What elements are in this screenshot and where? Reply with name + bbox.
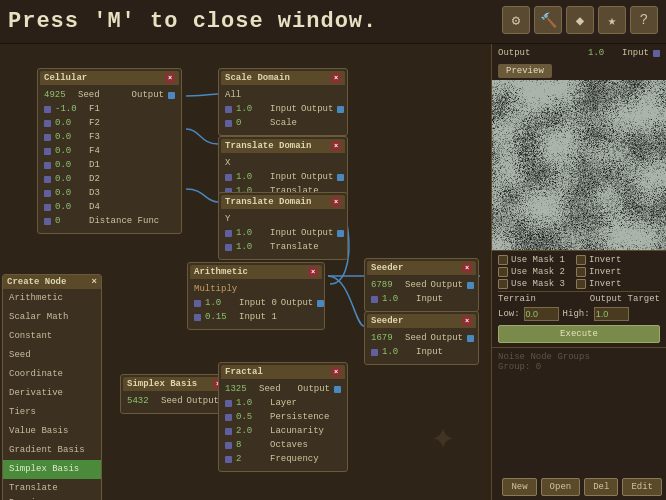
tool-icon-5[interactable]: ?	[630, 6, 658, 34]
noise-canvas	[492, 80, 666, 250]
terrain-label: Terrain	[498, 294, 536, 304]
invert1-checkbox[interactable]	[576, 255, 586, 265]
open-button[interactable]: Open	[541, 478, 581, 496]
del-button[interactable]: Del	[584, 478, 618, 496]
arith-in0[interactable]	[194, 300, 201, 307]
noise-groups-value: Group: 0	[498, 362, 660, 372]
cellular-in-f4[interactable]	[44, 148, 51, 155]
create-node-close[interactable]: ×	[92, 277, 97, 287]
cn-derivative[interactable]: Derivative	[3, 384, 101, 403]
cellular-in-d4[interactable]	[44, 204, 51, 211]
create-node-header: Create Node ×	[3, 275, 101, 289]
seeder2-close[interactable]: ×	[462, 316, 472, 326]
arith-out[interactable]	[317, 300, 324, 307]
mask2-checkbox[interactable]	[498, 267, 508, 277]
seeder1-in[interactable]	[371, 296, 378, 303]
arithmetic-body: Multiply 1.0 Input 0 Output 0.15 Input 1	[190, 279, 322, 327]
edit-button[interactable]: Edit	[622, 478, 662, 496]
scale-in-input[interactable]	[225, 106, 232, 113]
cn-coordinate[interactable]: Coordinate	[3, 365, 101, 384]
noise-groups-section: Noise Node Groups Group: 0	[492, 347, 666, 376]
tx-out[interactable]	[337, 174, 344, 181]
fractal-header: Fractal ×	[221, 365, 345, 379]
invert2-label: Invert	[589, 267, 621, 277]
tool-icon-2[interactable]: 🔨	[534, 6, 562, 34]
create-node-list: Arithmetic Scalar Math Constant Seed Coo…	[3, 289, 101, 500]
fractal-in-layer[interactable]	[225, 400, 232, 407]
tx-in-input[interactable]	[225, 174, 232, 181]
tool-icon-4[interactable]: ★	[598, 6, 626, 34]
fractal-close[interactable]: ×	[331, 367, 341, 377]
ty-in-translate[interactable]	[225, 244, 232, 251]
cellular-in-d3[interactable]	[44, 190, 51, 197]
translate-x-close[interactable]: ×	[331, 141, 341, 151]
cn-arithmetic[interactable]: Arithmetic	[3, 289, 101, 308]
cellular-out-port[interactable]	[168, 92, 175, 99]
new-button[interactable]: New	[502, 478, 536, 496]
seeder2-out[interactable]	[467, 335, 474, 342]
mask2-row: Use Mask 2 Invert	[498, 267, 660, 277]
tool-icon-1[interactable]: ⚙	[502, 6, 530, 34]
tool-icon-3[interactable]: ◆	[566, 6, 594, 34]
mask1-checkbox[interactable]	[498, 255, 508, 265]
invert2-checkbox[interactable]	[576, 267, 586, 277]
mask1-label: Use Mask 1	[511, 255, 565, 265]
scale-out[interactable]	[337, 106, 344, 113]
mask2-label: Use Mask 2	[511, 267, 565, 277]
logo: ✦	[426, 409, 486, 470]
high-input[interactable]	[594, 307, 629, 321]
cellular-in-f2[interactable]	[44, 120, 51, 127]
translate-y-title: Translate Domain	[225, 197, 311, 207]
cellular-in-dist[interactable]	[44, 218, 51, 225]
scale-domain-close[interactable]: ×	[331, 73, 341, 83]
simplex-basis-header: Simplex Basis ×	[123, 377, 227, 391]
execute-button[interactable]: Execute	[498, 325, 660, 343]
arithmetic-close[interactable]: ×	[308, 267, 318, 277]
cn-seed[interactable]: Seed	[3, 346, 101, 365]
output-in-port[interactable]	[653, 50, 660, 57]
cn-value-basis[interactable]: Value Basis	[3, 422, 101, 441]
cn-scalar-math[interactable]: Scalar Math	[3, 308, 101, 327]
cellular-in-d1[interactable]	[44, 162, 51, 169]
preview-tab[interactable]: Preview	[498, 64, 552, 78]
translate-y-close[interactable]: ×	[331, 197, 341, 207]
ty-out[interactable]	[337, 230, 344, 237]
cellular-in-d2[interactable]	[44, 176, 51, 183]
arithmetic-node: Arithmetic × Multiply 1.0 Input 0 Output…	[187, 262, 325, 330]
fractal-in-persist[interactable]	[225, 414, 232, 421]
cn-gradient-basis[interactable]: Gradient Basis	[3, 441, 101, 460]
cellular-in-f3[interactable]	[44, 134, 51, 141]
arith-in1[interactable]	[194, 314, 201, 321]
seeder2-node: Seeder × 1679 Seed Output 1.0 Input	[364, 311, 479, 365]
mask3-checkbox[interactable]	[498, 279, 508, 289]
fractal-node: Fractal × 1325 Seed Output 1.0 Layer 0.5…	[218, 362, 348, 472]
translate-x-title: Translate Domain	[225, 141, 311, 151]
cn-translate-domain[interactable]: Translate Domain	[3, 479, 101, 500]
create-node-panel: Create Node × Arithmetic Scalar Math Con…	[2, 274, 102, 500]
simplex-basis-title: Simplex Basis	[127, 379, 197, 389]
cellular-close[interactable]: ×	[165, 73, 175, 83]
invert3-checkbox[interactable]	[576, 279, 586, 289]
output-target-label: Output Target	[590, 294, 660, 304]
top-bar: Press 'M' to close window. ⚙ 🔨 ◆ ★ ?	[0, 0, 666, 44]
fractal-in-oct[interactable]	[225, 442, 232, 449]
low-input[interactable]	[524, 307, 559, 321]
seeder1-out[interactable]	[467, 282, 474, 289]
simplex-basis-body: 5432 Seed Output	[123, 391, 227, 411]
cn-constant[interactable]: Constant	[3, 327, 101, 346]
seeder1-close[interactable]: ×	[462, 263, 472, 273]
fractal-in-lacu[interactable]	[225, 428, 232, 435]
seeder2-in[interactable]	[371, 349, 378, 356]
fractal-title: Fractal	[225, 367, 263, 377]
cn-tiers[interactable]: Tiers	[3, 403, 101, 422]
ty-in-input[interactable]	[225, 230, 232, 237]
cellular-in-f1[interactable]	[44, 106, 51, 113]
arithmetic-title: Arithmetic	[194, 267, 248, 277]
cn-simplex-basis[interactable]: Simplex Basis	[3, 460, 101, 479]
fractal-out[interactable]	[334, 386, 341, 393]
low-label: Low:	[498, 309, 520, 319]
seeder2-header: Seeder ×	[367, 314, 476, 328]
fractal-in-freq[interactable]	[225, 456, 232, 463]
scale-in-scale[interactable]	[225, 120, 232, 127]
cellular-row-f1: -1.0 F1	[44, 102, 175, 116]
